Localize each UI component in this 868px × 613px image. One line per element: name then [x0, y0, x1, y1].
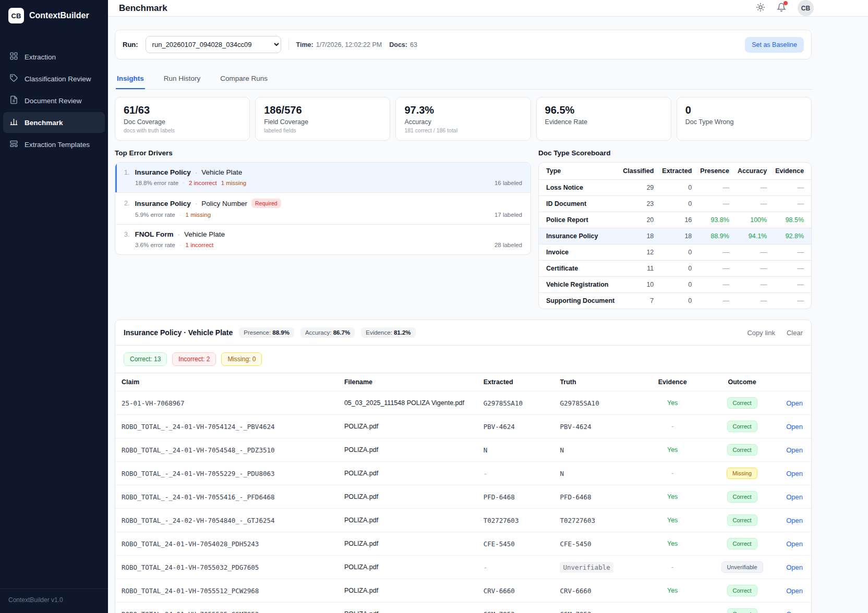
table-row[interactable]: Supporting Document 7 0 — — — - — [539, 293, 812, 309]
sidebar-item-benchmark[interactable]: Benchmark — [3, 112, 105, 133]
evidence-cell: - — [637, 462, 706, 485]
claim-cell: ROBO_TOTAL_24-01-VH-7055032_PDG7605 — [115, 556, 338, 579]
evidence-cell: Yes — [637, 438, 706, 462]
evidence-cell: — — [771, 293, 808, 309]
accuracy-cell: — — [733, 261, 771, 277]
sidebar-item-extraction[interactable]: Extraction — [3, 46, 105, 67]
driver-field: Vehicle Plate — [195, 168, 243, 176]
error-driver-item[interactable]: 1. Insurance Policy Vehicle Plate 18.8% … — [115, 163, 531, 192]
dot-separator — [179, 242, 182, 248]
table-row[interactable]: Certificate 11 0 — — — - — [539, 261, 812, 277]
column-header: Claim — [115, 373, 338, 391]
claim-cell: ROBO_TOTAL_24-01-VH-7055535_GSM7852 — [115, 603, 338, 613]
open-link[interactable]: Open — [786, 563, 803, 571]
run-docs: Docs: 63 — [389, 41, 417, 48]
truth-cell: N — [553, 462, 637, 485]
outcome-filter-chips: Correct: 13 Incorrect: 2 Missing: 0 — [115, 346, 811, 373]
presence-cell: — — [696, 277, 733, 293]
tabs: Insights Run History Compare Runs — [115, 70, 812, 90]
main-area: Benchmark CB Run: run_20260107_094028_03… — [108, 0, 868, 613]
truth-cell: CFE-5450 — [553, 532, 637, 556]
driver-field: Policy Number — [195, 200, 247, 207]
open-link[interactable]: Open — [786, 517, 803, 524]
error-driver-item[interactable]: 2. Insurance Policy Policy Number Requir… — [115, 192, 531, 224]
open-link[interactable]: Open — [786, 587, 803, 595]
filename-cell: POLIZA.pdf — [338, 509, 477, 532]
brand-logo: CB — [8, 8, 24, 23]
bar-chart-icon — [9, 117, 18, 128]
run-select[interactable]: run_20260107_094028_034cc09 — [146, 36, 281, 53]
open-link[interactable]: Open — [786, 540, 803, 548]
open-link[interactable]: Open — [786, 610, 803, 613]
column-header: Evidence — [771, 163, 808, 180]
open-link[interactable]: Open — [786, 470, 803, 477]
evidence-cell: - — [637, 556, 706, 579]
table-row[interactable]: Invoice 12 0 — — — - — [539, 244, 812, 261]
clear-button[interactable]: Clear — [787, 329, 803, 337]
open-link[interactable]: Open — [786, 399, 803, 407]
presence-cell: — — [696, 196, 733, 212]
table-row[interactable]: ID Document 23 0 — — — - — [539, 196, 812, 212]
outcome-cell: Correct — [707, 391, 776, 415]
claim-cell: ROBO_TOTAL_24-01-VH-7055512_PCW2968 — [115, 579, 338, 603]
metric-label: Accuracy — [404, 118, 522, 126]
metric-value: 186/576 — [264, 104, 381, 116]
open-link[interactable]: Open — [786, 446, 803, 454]
classified-cell: 10 — [619, 277, 658, 293]
sidebar-item-label: Extraction Templates — [25, 141, 90, 149]
outcome-badge: Correct — [727, 397, 757, 409]
truth-cell: PFD-6468 — [553, 485, 637, 509]
metric-value: 0 — [685, 104, 803, 116]
set-as-baseline-button[interactable]: Set as Baseline — [745, 37, 804, 53]
extracted-cell: PFD-6468 — [477, 485, 554, 509]
theme-toggle-button[interactable] — [756, 3, 765, 14]
copy-link-button[interactable]: Copy link — [747, 329, 775, 337]
truth-cell: T02727603 — [553, 509, 637, 532]
notifications-button[interactable] — [777, 3, 786, 14]
scoreboard-title: Doc Type Scoreboard — [538, 149, 812, 157]
doc-type-cell: Vehicle Registration — [539, 277, 619, 293]
evidence-cell: - — [637, 603, 706, 613]
detail-header: Insurance Policy · Vehicle Plate Presenc… — [115, 320, 811, 346]
presence-cell: 88.9% — [696, 228, 733, 244]
table-row[interactable]: Vehicle Registration 10 0 — — — - — [539, 277, 812, 293]
table-row[interactable]: Police Report 20 16 93.8% 100% 98.5% - — [539, 212, 812, 228]
table-row[interactable]: Loss Notice 29 0 — — — - — [539, 180, 812, 196]
classified-cell: 11 — [619, 261, 658, 277]
filter-chip[interactable]: Incorrect: 2 — [172, 352, 216, 366]
sun-icon — [756, 3, 765, 14]
filter-chip[interactable]: Missing: 0 — [221, 352, 262, 366]
sidebar-item-document-review[interactable]: Document Review — [3, 90, 105, 111]
metric-value: 61/63 — [124, 104, 241, 116]
driver-doc-type: FNOL Form — [135, 230, 173, 238]
filter-chip[interactable]: Correct: 13 — [124, 352, 167, 366]
doc-type-cell: ID Document — [539, 196, 619, 212]
top-issue-cell: - — [808, 277, 812, 293]
sidebar-item-label: Benchmark — [25, 119, 63, 127]
tab-insights[interactable]: Insights — [116, 70, 145, 89]
brand: CB ContextBuilder — [0, 0, 108, 34]
open-link[interactable]: Open — [786, 423, 803, 431]
sidebar-item-extraction-templates[interactable]: Extraction Templates — [3, 134, 105, 155]
tab-run-history[interactable]: Run History — [163, 70, 202, 89]
outcome-badge: Correct — [727, 491, 757, 502]
open-link[interactable]: Open — [786, 493, 803, 501]
error-driver-item[interactable]: 3. FNOL Form Vehicle Plate 3.6% error ra… — [115, 224, 531, 254]
detail-title: Insurance Policy · Vehicle Plate — [124, 328, 233, 337]
top-issue-cell: - — [808, 196, 812, 212]
metric-sub: docs with truth labels — [124, 127, 241, 133]
tab-compare-runs[interactable]: Compare Runs — [219, 70, 269, 89]
table-row[interactable]: Insurance Policy 18 18 88.9% 94.1% 92.8%… — [539, 228, 812, 244]
notification-dot — [783, 1, 788, 5]
claim-cell: ROBO_TOTAL_-_24-01-VH-7054124_-_PBV4624 — [115, 415, 338, 438]
extracted-cell: - — [477, 556, 554, 579]
sidebar-item-classification-review[interactable]: Classification Review — [3, 68, 105, 89]
outcome-badge: Correct — [727, 444, 757, 456]
outcome-cell: Correct — [707, 603, 776, 613]
table-row: ROBO_TOTAL_-_24-01-VH-7055416_-_PFD6468 … — [115, 485, 811, 509]
user-avatar[interactable]: CB — [798, 0, 814, 16]
extracted-cell: 0 — [658, 277, 696, 293]
accuracy-cell: — — [733, 180, 771, 196]
filename-cell: POLIZA.pdf — [338, 532, 477, 556]
metric-label: Field Coverage — [264, 118, 381, 126]
